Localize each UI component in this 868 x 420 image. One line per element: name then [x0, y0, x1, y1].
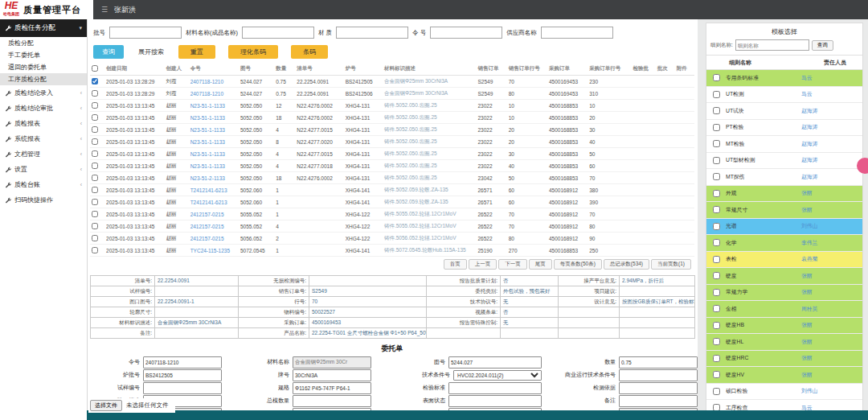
rule-person-link[interactable]: 周桂英: [801, 305, 817, 313]
sidebar-item-手工委托单[interactable]: 手工委托单: [0, 49, 87, 61]
rule-checkbox[interactable]: [713, 91, 720, 98]
rule-person-link[interactable]: 赵海涛: [801, 173, 817, 181]
row-checkbox[interactable]: [92, 211, 98, 217]
rule-person-link[interactable]: 李伟兰: [801, 239, 817, 247]
table-row[interactable]: 2025-01-03 13:13:45赵丽N23-51-1-11335052.0…: [90, 112, 694, 124]
tech-condition-no-select[interactable]: HVC02.2024.011(2): [453, 370, 542, 381]
table-row[interactable]: 2025-01-03 13:13:45赵丽T2412141-62135052.0…: [90, 196, 694, 208]
rule-checkbox[interactable]: [713, 272, 720, 279]
pager-button-当前页数(1)[interactable]: 当前页数(1): [651, 259, 691, 270]
table-row[interactable]: 2025-01-03 13:13:45赵丽2412157-02155055.05…: [90, 220, 694, 233]
table-row[interactable]: 2025-01-03 13:13:45赵丽N23-51-1-11335052.0…: [90, 148, 694, 160]
rule-checkbox[interactable]: [713, 322, 720, 329]
furnace-batch-no-field[interactable]: [143, 369, 222, 381]
test-basis-field[interactable]: [619, 382, 698, 394]
cell-令号[interactable]: T2412141-6213: [189, 184, 239, 196]
row-checkbox[interactable]: [92, 235, 98, 241]
rule-person-link[interactable]: 刘伟山: [801, 387, 817, 395]
table-row[interactable]: 2025-01-03 13:28:29刘霞2407118-12105244.02…: [90, 88, 694, 100]
spec-field[interactable]: [293, 382, 371, 394]
rule-checkbox[interactable]: [713, 74, 720, 81]
rule-row[interactable]: 表检袁燕菊: [706, 252, 862, 269]
column-header-图号[interactable]: 图号: [239, 62, 274, 76]
rule-person-link[interactable]: 马云: [801, 90, 813, 98]
cell-令号[interactable]: 2412157-0215: [189, 208, 239, 220]
rule-checkbox[interactable]: [713, 338, 720, 345]
cell-令号[interactable]: N23-51-1-1133: [189, 136, 239, 148]
commercial-tech-condition-no-field[interactable]: [619, 369, 698, 381]
rule-person-link[interactable]: 张丽: [801, 288, 813, 296]
cell-令号[interactable]: N23-51-1-1133: [189, 100, 239, 112]
rule-checkbox[interactable]: [713, 256, 720, 263]
rule-person-link[interactable]: 赵海涛: [801, 123, 817, 131]
rule-row[interactable]: 光谱刘伟山: [706, 219, 862, 236]
column-header-批次[interactable]: 批次: [656, 62, 675, 76]
expand-search-button[interactable]: 展开搜索: [137, 45, 166, 59]
sidebar-group-系统报表[interactable]: 系统报表‹: [0, 131, 87, 146]
supplier-name-input[interactable]: [541, 27, 613, 39]
pager-button-下一页[interactable]: 下一页: [498, 259, 527, 270]
column-header-销售订单[interactable]: 销售订单: [477, 62, 507, 76]
rule-row[interactable]: 硬度HV张丽: [706, 367, 862, 384]
column-header-材料标识描述[interactable]: 材料标识描述: [383, 62, 477, 76]
sidebar-group-文档管理[interactable]: 文档管理‹: [0, 146, 87, 162]
row-checkbox[interactable]: [92, 163, 98, 169]
row-checkbox[interactable]: [92, 223, 98, 229]
sidebar-item-退回的委托单[interactable]: 退回的委托单: [0, 61, 87, 73]
drawing-no-field[interactable]: [448, 356, 542, 369]
rule-person-link[interactable]: 赵海涛: [801, 156, 817, 164]
sidebar-group-质检结论录入[interactable]: 质检结论录入‹: [0, 85, 87, 101]
rule-person-link[interactable]: 刘伟山: [801, 222, 817, 230]
column-header-销售订单行号[interactable]: 销售订单行号: [507, 62, 547, 76]
rule-checkbox[interactable]: [713, 107, 720, 114]
column-header-创建日期[interactable]: 创建日期: [104, 62, 164, 76]
sidebar-group-质检台账[interactable]: 质检台账‹: [0, 177, 87, 192]
sidebar-group-设置[interactable]: 设置‹: [0, 162, 87, 177]
cell-令号[interactable]: TYC24-115-1235: [189, 245, 239, 257]
rule-checkbox[interactable]: [713, 223, 720, 230]
sidebar-toggle-icon[interactable]: ☰: [101, 6, 108, 14]
user-name[interactable]: 张新洪: [114, 5, 136, 15]
table-row[interactable]: 2025-01-03 13:13:45赵丽N23-51-1-11335052.0…: [90, 160, 694, 172]
rule-row[interactable]: 常规力学张丽: [706, 285, 862, 302]
sidebar-group-扫码快捷操作[interactable]: 扫码快捷操作: [0, 192, 87, 208]
cell-令号[interactable]: 2412157-0215: [189, 220, 239, 233]
surface-state-field[interactable]: [448, 395, 542, 407]
row-checkbox[interactable]: [92, 102, 98, 109]
rule-row[interactable]: 常规尺寸张丽: [706, 202, 862, 219]
barcode-button[interactable]: 条码: [291, 45, 328, 59]
cell-令号[interactable]: 2412157-0215: [189, 233, 239, 245]
cell-令号[interactable]: N23-51-1-1133: [189, 112, 239, 124]
pager-button-首页[interactable]: 首页: [444, 259, 467, 270]
rule-person-link[interactable]: 张丽: [801, 338, 813, 346]
rule-person-link[interactable]: 袁燕菊: [801, 255, 817, 263]
rule-checkbox[interactable]: [713, 388, 720, 395]
query-button[interactable]: 查询: [93, 45, 124, 59]
rule-row[interactable]: 硬度HB张丽: [706, 318, 862, 335]
rule-person-link[interactable]: 张丽: [801, 371, 813, 379]
table-row[interactable]: 2025-01-03 13:13:45赵丽N23-51-1-11335052.0…: [90, 124, 694, 136]
select-all-checkbox[interactable]: [92, 65, 98, 72]
column-header-数量[interactable]: 数量: [274, 62, 295, 76]
rule-row[interactable]: 硬度张丽: [706, 268, 862, 285]
reset-button[interactable]: 重置: [178, 45, 215, 59]
pager-button-总记录数(534)[interactable]: 总记录数(534): [604, 259, 649, 270]
cell-令号[interactable]: 2407118-1210: [189, 88, 239, 100]
rule-person-link[interactable]: 马云: [801, 74, 813, 82]
sample-no-field[interactable]: [143, 382, 222, 394]
rule-person-link[interactable]: 赵海涛: [801, 107, 817, 115]
rule-checkbox[interactable]: [713, 173, 720, 180]
table-row[interactable]: 2025-01-03 13:13:45赵丽T2412141-62135052.0…: [90, 184, 694, 196]
cell-令号[interactable]: T2412141-6213: [189, 196, 239, 208]
sidebar-group-active[interactable]: 质检任务分配 ▾: [0, 19, 87, 37]
row-checkbox[interactable]: [92, 114, 98, 121]
rule-person-link[interactable]: 张丽: [801, 206, 813, 214]
row-checkbox[interactable]: [92, 126, 98, 133]
rule-row[interactable]: 金相周桂英: [706, 301, 862, 318]
rule-row[interactable]: 化学李伟兰: [706, 235, 862, 252]
rule-checkbox[interactable]: [713, 206, 720, 213]
table-row[interactable]: 2025-01-03 13:13:45赵丽2412157-02155055.05…: [90, 208, 694, 220]
rule-row[interactable]: 外观张丽: [706, 186, 862, 203]
rule-checkbox[interactable]: [713, 157, 720, 164]
order-no-input[interactable]: [430, 27, 502, 39]
